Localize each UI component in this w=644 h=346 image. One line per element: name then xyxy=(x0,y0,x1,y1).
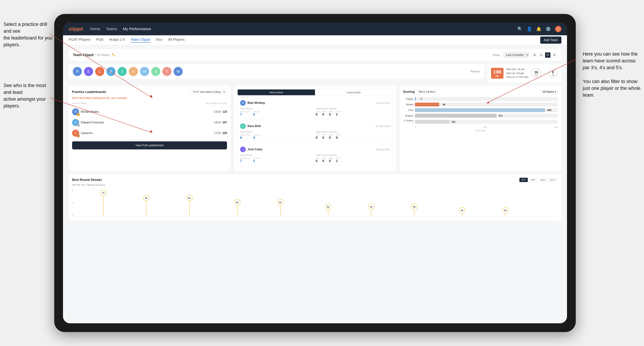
tab-pga[interactable]: PGA xyxy=(96,37,104,43)
player-avatar-2[interactable]: E xyxy=(84,67,93,76)
streaks-tab-ott[interactable]: OTT xyxy=(520,178,528,182)
streak-dot-line xyxy=(328,210,328,217)
shot-dist-badge: 198 yds xyxy=(491,68,504,79)
player-avatar-3[interactable]: C xyxy=(95,67,104,76)
scoring-header: Scoring Par 3, 4 & 5s ▾ All Players ▾ xyxy=(403,89,558,94)
player-avatar-10[interactable]: W xyxy=(174,67,183,76)
view-settings-button[interactable]: ⚙ xyxy=(552,52,557,58)
lb-name-1: Richard Butler... xyxy=(81,110,101,113)
annotation-top-left: Select a practice drill and seethe leade… xyxy=(4,21,54,48)
streak-dot: 6x xyxy=(143,195,150,217)
player-avatar-5[interactable]: J xyxy=(118,67,127,76)
streak-dot: 4x xyxy=(325,204,331,217)
table-row: E 2 Edward Crossman 18/20 107 xyxy=(72,117,227,128)
tab-hcaps[interactable]: Hcaps 1-5 xyxy=(109,37,125,43)
table-row: R 🏅 Richard Butler... 19/20 110 xyxy=(72,107,227,117)
bar-dbogeys: 131 xyxy=(415,120,449,124)
person-icon[interactable]: 👤 xyxy=(527,26,532,31)
streak-dot-circle: 7x xyxy=(100,190,106,196)
scoring-row-bogeys: Bogeys 311 xyxy=(403,114,558,118)
team-controls: Show: Last 3 months ⊞ ⊟ ☰ ⚙ xyxy=(492,52,557,58)
activity-date-1: 26 Aug 2023 xyxy=(376,102,390,104)
lb-score-3: 17/20 xyxy=(214,132,221,135)
activity-player-name-1: Blair McHarg xyxy=(248,101,374,105)
team-header: Team Clippd | 14 Players ✏️ Show: Last 3… xyxy=(68,49,562,61)
tab-team-clippd[interactable]: Team Clippd xyxy=(130,37,150,43)
player-avatar-7[interactable]: M xyxy=(140,67,149,76)
list-item: B Blair McHarg 26 Aug 2023 Total Rounds … xyxy=(238,98,392,119)
player-avatar-1[interactable]: R xyxy=(73,67,82,76)
user-avatar[interactable]: U xyxy=(555,26,562,32)
chevron-down-icon: ▾ xyxy=(224,91,225,93)
leaderboards-title: Practice Leaderboards xyxy=(72,90,106,94)
most-active-button[interactable]: Most Active xyxy=(238,89,315,95)
nav-my-performance[interactable]: My Performance xyxy=(123,27,151,31)
view-full-leaderboard-button[interactable]: View Full Leaderboard xyxy=(72,141,227,149)
streak-dot: 6x xyxy=(186,195,192,217)
settings-icon[interactable]: ⚙️ xyxy=(546,26,551,31)
panel-header-leaderboards: Practice Leaderboards PUTT Must Make Put… xyxy=(72,89,227,95)
lb-table-header: PLAYER NAME PB SCORE PB AVG SQ xyxy=(72,102,227,105)
tournament-val-1: 7 xyxy=(240,113,250,116)
lb-name-2: Edward Crossman xyxy=(81,121,104,124)
player-avatar-8[interactable]: S xyxy=(151,67,160,76)
activity-date-2: 02 Sep 2023 xyxy=(376,125,390,128)
streak-dot-circle: 4x xyxy=(325,204,331,210)
player-avatar-9[interactable]: T xyxy=(162,67,172,76)
player-avatar-4[interactable]: B xyxy=(106,67,116,76)
streak-dot-line xyxy=(462,213,462,217)
scoring-filter1[interactable]: Par 3, 4 & 5s ▾ xyxy=(417,89,437,94)
leaderboard-subtitle: PUTT Must Make Putting (3-6 ft), Last 3 … xyxy=(72,97,227,99)
streak-dot-circle: 4x xyxy=(368,204,374,210)
activity-stats-2: Total Rounds Tournament 8 Practice 4 xyxy=(240,131,390,140)
table-row: C 3 Cameron... 17/20 103 xyxy=(72,128,227,139)
annotation-top-right: Here you can see how theteam have scored… xyxy=(583,51,640,99)
lb-score-2: 18/20 xyxy=(214,121,221,124)
bar-pars: 499 xyxy=(415,108,545,112)
streak-dot: 5x xyxy=(277,199,284,217)
lb-player-3: C 3 Cameron... xyxy=(72,130,212,137)
activity-avatar-1: B xyxy=(240,100,246,106)
search-icon[interactable]: 🔍 xyxy=(517,26,522,31)
scoring-row-pars: Pars 499 xyxy=(403,108,558,112)
streak-dot-circle: 3x xyxy=(502,207,508,213)
activity-avatar-3: J xyxy=(240,147,246,152)
streaks-subtitle: Off The Tee, Fairway Accuracy xyxy=(72,183,558,186)
add-team-button[interactable]: Add Team xyxy=(540,36,562,44)
streaks-tab-putt[interactable]: PUTT xyxy=(548,178,558,182)
player-avatar-6[interactable]: K xyxy=(129,67,138,76)
least-active-button[interactable]: Least Active xyxy=(315,89,392,95)
team-title: Team Clippd | 14 Players ✏️ xyxy=(73,53,115,57)
view-grid2-button[interactable]: ⊞ xyxy=(532,52,537,58)
streaks-tab-arg[interactable]: ARG xyxy=(538,178,547,182)
bell-icon[interactable]: 🔔 xyxy=(536,26,542,31)
app-val-1: 0 xyxy=(322,113,326,116)
shot-distance: 198 yds xyxy=(491,68,504,79)
view-list-button[interactable]: ☰ xyxy=(545,52,550,58)
streaks-tab-app[interactable]: APP xyxy=(529,178,537,182)
streak-dot-line xyxy=(189,201,190,217)
streak-dot-line xyxy=(280,205,280,217)
shot-circle-1: 16 yds xyxy=(531,68,541,78)
scoring-filter2[interactable]: All Players ▾ xyxy=(540,89,558,94)
nav-home[interactable]: Home xyxy=(90,27,100,31)
scoring-title: Scoring xyxy=(403,90,415,94)
edit-team-icon[interactable]: ✏️ xyxy=(112,53,115,57)
players-label: Players xyxy=(470,70,480,73)
tab-all-players[interactable]: All Players xyxy=(168,37,184,43)
panels-row: Practice Leaderboards PUTT Must Make Put… xyxy=(68,86,562,171)
streak-dot-circle: 4x xyxy=(411,204,418,210)
scoring-chart: Eagles 3 Birdies xyxy=(403,97,558,132)
tab-tour[interactable]: Tour xyxy=(156,37,162,43)
view-grid3-button[interactable]: ⊟ xyxy=(538,52,544,58)
streak-dot-circle: 5x xyxy=(234,199,240,205)
leaderboard-dropdown[interactable]: PUTT Must Make Putting... ▾ xyxy=(191,89,227,95)
nav-teams[interactable]: Teams xyxy=(106,27,117,31)
lb-name-3: Cameron... xyxy=(81,132,95,135)
streaks-plot-area: 7x 6x 6x 5x 5x 4x 4x 4x 3x 3x xyxy=(79,189,558,217)
show-select[interactable]: Last 3 months xyxy=(503,52,529,58)
tab-pgat-players[interactable]: PGAT Players xyxy=(68,37,90,43)
streaks-panel: Best Round Streaks OTT APP ARG PUTT Off … xyxy=(68,174,562,220)
scoring-row-dbogeys: D. Bogeys + 131 xyxy=(403,119,558,124)
activity-player-header-1: B Blair McHarg 26 Aug 2023 xyxy=(240,100,390,106)
